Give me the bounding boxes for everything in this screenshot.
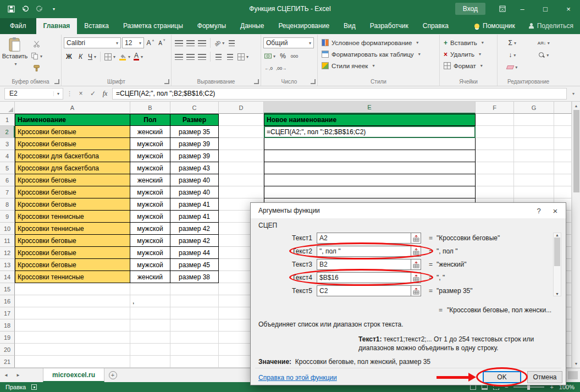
- row-header-5[interactable]: 5: [0, 162, 15, 174]
- scroll-up-icon[interactable]: ▲: [572, 102, 580, 110]
- cell-C10[interactable]: размер 42: [170, 223, 219, 235]
- cut-button[interactable]: [30, 38, 43, 49]
- cell-A14[interactable]: Кроссовки теннисные: [15, 271, 130, 283]
- cell-C15[interactable]: [170, 283, 219, 295]
- cell-E1[interactable]: Новое наименование: [264, 114, 476, 126]
- cell-B11[interactable]: мужской: [130, 235, 170, 247]
- cell-A11[interactable]: Кроссовки беговые: [15, 235, 130, 247]
- customize-qat-button[interactable]: ▾: [47, 2, 60, 16]
- vertical-scrollbar[interactable]: ▲ ▼: [572, 102, 580, 368]
- tab-insert[interactable]: Вставка: [77, 18, 116, 34]
- accounting-format-button[interactable]: ▾: [263, 51, 277, 62]
- conditional-formatting-button[interactable]: Условное форматирование▾: [320, 37, 437, 48]
- cell-F6[interactable]: [476, 174, 514, 186]
- column-header-E[interactable]: E: [264, 102, 476, 114]
- cell-B9[interactable]: мужской: [130, 211, 170, 223]
- cell-A18[interactable]: [15, 319, 130, 332]
- enter-entry-button[interactable]: ✓: [88, 90, 98, 97]
- cell-F2[interactable]: [476, 126, 514, 138]
- autosum-button[interactable]: Σ▾: [500, 37, 524, 48]
- align-middle-button[interactable]: [185, 37, 196, 48]
- cell-C20[interactable]: [170, 344, 219, 356]
- cell-B8[interactable]: мужской: [130, 198, 170, 211]
- row-header-18[interactable]: 18: [0, 319, 15, 332]
- font-color-button[interactable]: А▾: [132, 51, 144, 62]
- range-select-button[interactable]: [411, 259, 421, 270]
- increase-decimal-button[interactable]: ←,0: [263, 63, 274, 74]
- cell-H7[interactable]: [554, 186, 572, 198]
- tab-developer[interactable]: Разработчик: [363, 18, 416, 34]
- row-header-6[interactable]: 6: [0, 174, 15, 186]
- row-header-8[interactable]: 8: [0, 198, 15, 211]
- redo-button[interactable]: [33, 2, 46, 16]
- cell-C3[interactable]: размер 39: [170, 138, 219, 150]
- macro-record-icon[interactable]: [31, 384, 37, 390]
- cell-C6[interactable]: размер 40: [170, 174, 219, 186]
- ribbon-display-options-button[interactable]: [494, 0, 511, 18]
- clipboard-dialog-launcher[interactable]: [54, 79, 59, 84]
- cell-C9[interactable]: размер 41: [170, 211, 219, 223]
- column-header-D[interactable]: D: [219, 102, 264, 114]
- fill-button[interactable]: ↓▾: [500, 49, 524, 60]
- tell-me-button[interactable]: Помощник: [468, 18, 522, 34]
- row-header-4[interactable]: 4: [0, 150, 15, 162]
- cell-E5[interactable]: [264, 162, 476, 174]
- horizontal-scrollbar[interactable]: [568, 371, 578, 379]
- cell-A1[interactable]: Наименование: [15, 114, 130, 126]
- cell-A19[interactable]: [15, 332, 130, 344]
- row-header-21[interactable]: 21: [0, 356, 15, 368]
- sheet-next-button[interactable]: ►: [12, 368, 24, 382]
- sheet-tab-active[interactable]: microexcel.ru: [43, 368, 104, 382]
- merge-center-button[interactable]: ▾: [236, 51, 250, 62]
- cell-D6[interactable]: [219, 174, 264, 186]
- cell-B20[interactable]: [130, 344, 170, 356]
- cell-A7[interactable]: Кроссовки беговые: [15, 186, 130, 198]
- cell-A6[interactable]: Кроссовки беговые: [15, 174, 130, 186]
- select-all-button[interactable]: [0, 102, 15, 114]
- cell-B13[interactable]: мужской: [130, 259, 170, 271]
- fill-color-button[interactable]: ▾: [118, 51, 131, 62]
- font-name-combo[interactable]: Calibri▾: [64, 37, 121, 48]
- cell-B7[interactable]: мужской: [130, 186, 170, 198]
- decrease-indent-button[interactable]: [213, 51, 224, 62]
- minimize-button[interactable]: –: [511, 0, 534, 18]
- alignment-dialog-launcher[interactable]: [254, 79, 259, 84]
- row-header-19[interactable]: 19: [0, 332, 15, 344]
- cell-C17[interactable]: [170, 307, 219, 319]
- cell-E2[interactable]: =СЦЕП(A2;", пол ";B2;$B$16;C2): [264, 126, 476, 138]
- column-header-overflow[interactable]: [554, 102, 572, 114]
- cell-B18[interactable]: [130, 319, 170, 332]
- font-size-combo[interactable]: 12▾: [122, 37, 144, 48]
- cell-E7[interactable]: [264, 186, 476, 198]
- undo-button[interactable]: [19, 2, 32, 16]
- increase-indent-button[interactable]: [225, 51, 235, 62]
- save-button[interactable]: [4, 2, 18, 16]
- cell-G1[interactable]: [514, 114, 554, 126]
- cell-A12[interactable]: Кроссовки беговые: [15, 247, 130, 259]
- row-header-3[interactable]: 3: [0, 138, 15, 150]
- range-select-button[interactable]: [411, 285, 421, 296]
- arg-input-tekst3[interactable]: B2: [317, 259, 411, 270]
- cell-G7[interactable]: [514, 186, 554, 198]
- cell-C2[interactable]: размер 35: [170, 126, 219, 138]
- cell-C19[interactable]: [170, 332, 219, 344]
- column-header-A[interactable]: A: [15, 102, 130, 114]
- dialog-scrollbar[interactable]: ▲ ▼: [553, 233, 561, 296]
- cell-A21[interactable]: [15, 356, 130, 368]
- cell-E6[interactable]: [264, 174, 476, 186]
- wrap-text-button[interactable]: [227, 37, 237, 48]
- cell-A3[interactable]: Кроссовки беговые: [15, 138, 130, 150]
- align-bottom-button[interactable]: [197, 37, 207, 48]
- orientation-button[interactable]: ab▾: [213, 37, 225, 48]
- percent-style-button[interactable]: %: [278, 51, 288, 62]
- formula-bar-expand-icon[interactable]: ▾: [569, 91, 578, 96]
- format-cells-button[interactable]: Формат▾: [442, 60, 495, 71]
- cell-H1[interactable]: [554, 114, 572, 126]
- cell-B14[interactable]: женский: [130, 271, 170, 283]
- row-header-13[interactable]: 13: [0, 259, 15, 271]
- cell-styles-button[interactable]: Стили ячеек▾: [320, 60, 437, 71]
- cell-C18[interactable]: [170, 319, 219, 332]
- dialog-title-bar[interactable]: Аргументы функции ? ×: [251, 203, 566, 218]
- cell-D3[interactable]: [219, 138, 264, 150]
- row-header-15[interactable]: 15: [0, 283, 15, 295]
